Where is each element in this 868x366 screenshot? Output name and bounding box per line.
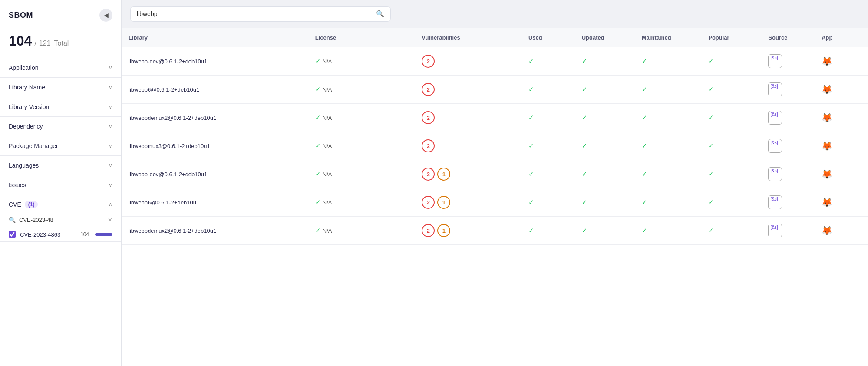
cell-maintained: ✓	[635, 76, 701, 104]
filter-section-issues: Issues ∨	[0, 175, 121, 195]
cell-license: ✓N/A	[308, 132, 415, 160]
cell-popular: ✓	[701, 132, 761, 160]
search-container: 🔍	[130, 6, 391, 22]
vuln-badge: 2	[422, 139, 435, 152]
cell-updated: ✓	[575, 132, 635, 160]
col-header-updated: Updated	[575, 28, 635, 47]
cve-clear-button[interactable]: ✕	[108, 217, 112, 223]
filter-header-issues[interactable]: Issues ∨	[0, 175, 121, 195]
filter-header-application[interactable]: Application ∨	[0, 58, 121, 77]
source-icon: [&s]	[768, 82, 782, 96]
cell-vulnerabilities: 2	[415, 47, 521, 76]
cell-popular: ✓	[701, 76, 761, 104]
filter-chevron-issues: ∨	[109, 182, 112, 188]
stats-label: Total	[54, 40, 69, 47]
col-header-used: Used	[521, 28, 575, 47]
cell-maintained: ✓	[635, 104, 701, 132]
cell-app: 🦊	[815, 132, 868, 160]
cell-updated: ✓	[575, 47, 635, 76]
cve-search-row: 🔍 ✕	[0, 214, 121, 228]
stats-total: 121	[39, 40, 51, 47]
filter-header-library-name[interactable]: Library Name ∨	[0, 78, 121, 97]
col-header-vulnerabilities: Vulnerabilities	[415, 28, 521, 47]
cve-section: CVE (1) ∧ 🔍 ✕ CVE-2023-4863 104	[0, 195, 121, 242]
search-input[interactable]	[137, 10, 372, 17]
app-fox-icon: 🦊	[822, 141, 832, 151]
app-fox-icon: 🦊	[822, 56, 832, 66]
table-row[interactable]: libwebpdemux2@0.6.1-2+deb10u1✓N/A21✓✓✓✓[…	[122, 217, 868, 245]
cell-license: ✓N/A	[308, 217, 415, 245]
table-row[interactable]: libwebp6@0.6.1-2+deb10u1✓N/A2✓✓✓✓[&s]🦊	[122, 76, 868, 104]
cell-source: [&s]	[761, 47, 815, 76]
cell-vulnerabilities: 2	[415, 76, 521, 104]
library-table: Library License Vulnerabilities Used Upd…	[122, 28, 868, 245]
app-fox-icon: 🦊	[822, 198, 832, 207]
filter-chevron-library-name: ∨	[109, 84, 112, 90]
cve-header[interactable]: CVE (1) ∧	[0, 195, 121, 214]
cell-library-name: libwebp6@0.6.1-2+deb10u1	[122, 76, 308, 104]
cell-maintained: ✓	[635, 47, 701, 76]
filter-header-dependency[interactable]: Dependency ∨	[0, 117, 121, 136]
cell-used: ✓	[521, 188, 575, 217]
cell-license: ✓N/A	[308, 104, 415, 132]
vuln-badge: 2	[422, 168, 435, 181]
cve-search-input[interactable]	[19, 217, 104, 223]
table-row[interactable]: libwebp-dev@0.6.1-2+deb10u1✓N/A2✓✓✓✓[&s]…	[122, 47, 868, 76]
vuln-badge: 2	[422, 224, 435, 237]
filter-chevron-application: ∨	[109, 65, 112, 71]
source-icon: [&s]	[768, 139, 782, 153]
cell-popular: ✓	[701, 160, 761, 188]
cell-used: ✓	[521, 47, 575, 76]
cell-source: [&s]	[761, 217, 815, 245]
main-content: 🔍 Library License Vulnerabilities Used U…	[122, 0, 868, 366]
filter-header-library-version[interactable]: Library Version ∨	[0, 97, 121, 116]
filter-label-languages: Languages	[9, 162, 39, 169]
cell-license: ✓N/A	[308, 160, 415, 188]
col-header-app: App	[815, 28, 868, 47]
filter-header-languages[interactable]: Languages ∨	[0, 156, 121, 175]
app-fox-icon: 🦊	[822, 85, 832, 94]
cell-app: 🦊	[815, 76, 868, 104]
cell-app: 🦊	[815, 188, 868, 217]
cell-vulnerabilities: 2	[415, 132, 521, 160]
filter-section-library-version: Library Version ∨	[0, 97, 121, 117]
table-row[interactable]: libwebpdemux2@0.6.1-2+deb10u1✓N/A2✓✓✓✓[&…	[122, 104, 868, 132]
cell-maintained: ✓	[635, 160, 701, 188]
table-row[interactable]: libwebp-dev@0.6.1-2+deb10u1✓N/A21✓✓✓✓[&s…	[122, 160, 868, 188]
cell-source: [&s]	[761, 104, 815, 132]
vuln-badge: 2	[422, 83, 435, 96]
vuln-badge: 2	[422, 111, 435, 124]
filter-label-library-name: Library Name	[9, 84, 45, 91]
filter-header-package-manager[interactable]: Package Manager ∨	[0, 136, 121, 155]
table-row[interactable]: libwebp6@0.6.1-2+deb10u1✓N/A21✓✓✓✓[&s]🦊	[122, 188, 868, 217]
cve-item-label: CVE-2023-4863	[20, 231, 76, 238]
cell-app: 🦊	[815, 217, 868, 245]
app-fox-icon: 🦊	[822, 169, 832, 179]
table-row[interactable]: libwebpmux3@0.6.1-2+deb10u1✓N/A2✓✓✓✓[&s]…	[122, 132, 868, 160]
cell-library-name: libwebpdemux2@0.6.1-2+deb10u1	[122, 217, 308, 245]
back-button[interactable]: ◀	[99, 9, 112, 22]
filter-chevron-dependency: ∨	[109, 123, 112, 129]
cell-source: [&s]	[761, 188, 815, 217]
cell-vulnerabilities: 21	[415, 217, 521, 245]
cell-app: 🦊	[815, 104, 868, 132]
col-header-license: License	[308, 28, 415, 47]
source-icon: [&s]	[768, 111, 782, 125]
cell-used: ✓	[521, 104, 575, 132]
search-icon: 🔍	[376, 10, 384, 18]
cell-source: [&s]	[761, 132, 815, 160]
cell-popular: ✓	[701, 188, 761, 217]
sidebar: SBOM ◀ 104 / 121 Total Application ∨ Lib…	[0, 0, 122, 366]
filter-label-package-manager: Package Manager	[9, 142, 58, 149]
cell-updated: ✓	[575, 104, 635, 132]
cell-used: ✓	[521, 217, 575, 245]
cell-used: ✓	[521, 76, 575, 104]
cell-used: ✓	[521, 160, 575, 188]
filter-section-languages: Languages ∨	[0, 156, 121, 175]
cell-updated: ✓	[575, 160, 635, 188]
cell-license: ✓N/A	[308, 76, 415, 104]
cve-item-checkbox[interactable]	[9, 231, 16, 238]
vuln-badge: 1	[437, 168, 450, 181]
table-body: libwebp-dev@0.6.1-2+deb10u1✓N/A2✓✓✓✓[&s]…	[122, 47, 868, 245]
cell-maintained: ✓	[635, 132, 701, 160]
